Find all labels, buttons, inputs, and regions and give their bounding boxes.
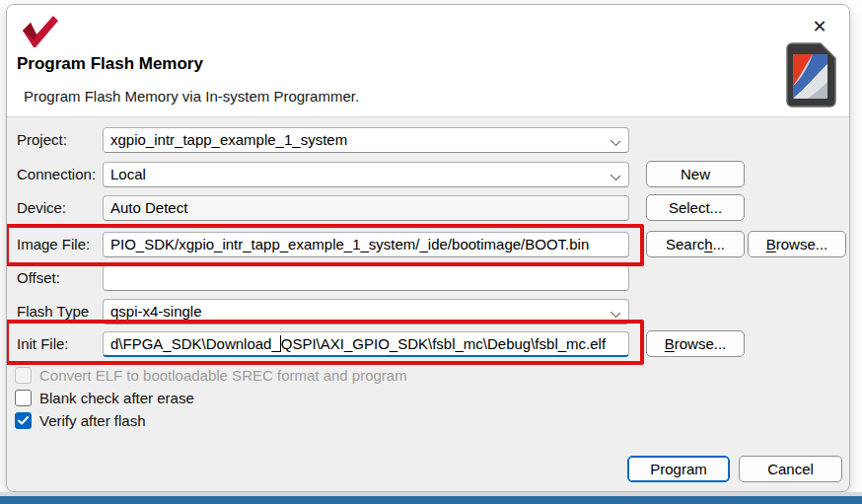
- checkbox-convert-elf: Convert ELF to bootloadable SREC format …: [15, 367, 407, 384]
- new-button[interactable]: New: [646, 161, 745, 187]
- project-value: xgpio_intr_tapp_example_1_system: [110, 131, 347, 148]
- browse-image-button[interactable]: Browse...: [748, 231, 846, 257]
- dialog-subtitle: Program Flash Memory via In-system Progr…: [24, 88, 359, 105]
- checkbox-icon[interactable]: [15, 412, 32, 429]
- search-button[interactable]: Search...: [646, 231, 745, 257]
- checkbox-label: Convert ELF to bootloadable SREC format …: [39, 367, 407, 384]
- image-file-value: PIO_SDK/xgpio_intr_tapp_example_1_system…: [110, 236, 589, 252]
- chevron-down-icon: [611, 172, 619, 180]
- dialog-header: ✕ Program Flash Memory Program Flash Mem…: [7, 5, 849, 117]
- flash-type-value: qspi-x4-single: [110, 303, 202, 320]
- checkbox-label: Verify after flash: [39, 412, 146, 429]
- image-file-label: Image File:: [17, 232, 90, 257]
- flash-type-label: Flash Type: [17, 299, 89, 324]
- project-label: Project:: [17, 127, 67, 153]
- connection-combobox[interactable]: Local: [103, 162, 629, 187]
- checkbox-label: Blank check after erase: [39, 390, 194, 406]
- program-flash-memory-dialog: ✕ Program Flash Memory Program Flash Mem…: [6, 4, 850, 492]
- offset-input[interactable]: [103, 265, 629, 291]
- page-title: Program Flash Memory: [17, 54, 203, 74]
- offset-label: Offset:: [17, 265, 60, 291]
- cancel-button[interactable]: Cancel: [739, 456, 842, 482]
- checkbox-verify-after-flash[interactable]: Verify after flash: [15, 412, 146, 429]
- vivado-check-logo-icon: [21, 15, 60, 48]
- init-file-value-before-caret: d\FPGA_SDK\Download_: [110, 335, 280, 352]
- close-icon[interactable]: ✕: [806, 13, 833, 40]
- checkbox-blank-check[interactable]: Blank check after erase: [15, 390, 194, 406]
- device-label: Device:: [17, 195, 66, 221]
- checkbox-icon: [15, 367, 32, 384]
- program-button[interactable]: Program: [627, 456, 730, 482]
- device-field: Auto Detect: [103, 195, 629, 221]
- browse-init-button[interactable]: Browse...: [646, 330, 745, 357]
- connection-label: Connection:: [17, 162, 96, 187]
- init-file-label: Init File:: [17, 331, 69, 357]
- device-value: Auto Detect: [110, 199, 187, 216]
- checkbox-icon[interactable]: [15, 390, 32, 406]
- image-file-input[interactable]: PIO_SDK/xgpio_intr_tapp_example_1_system…: [103, 232, 629, 257]
- chevron-down-icon: [611, 309, 619, 317]
- flash-card-icon: [784, 42, 836, 108]
- flash-type-combobox[interactable]: qspi-x4-single: [103, 299, 629, 324]
- init-file-value-after-caret: QSPI\AXI_GPIO_SDK\fsbl_mc\Debug\fsbl_mc.…: [281, 335, 606, 352]
- init-file-input[interactable]: d\FPGA_SDK\Download_QSPI\AXI_GPIO_SDK\fs…: [103, 331, 629, 357]
- select-button[interactable]: Select...: [646, 194, 745, 221]
- background-window-edge: [0, 496, 862, 504]
- connection-value: Local: [110, 166, 146, 182]
- chevron-down-icon: [611, 137, 619, 145]
- project-combobox[interactable]: xgpio_intr_tapp_example_1_system: [103, 127, 629, 153]
